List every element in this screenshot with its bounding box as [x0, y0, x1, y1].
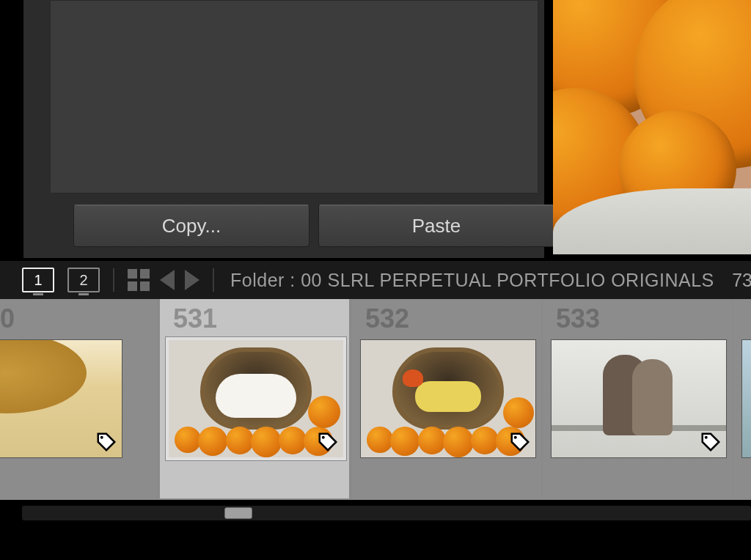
svg-point-1: [322, 436, 325, 439]
filmstrip-cell[interactable]: [733, 299, 751, 498]
keyword-tag-icon[interactable]: [95, 431, 117, 453]
develop-panel: Copy... Paste: [23, 0, 544, 258]
cell-index: 0: [0, 303, 15, 334]
screen-2-button[interactable]: 2: [67, 268, 100, 292]
thumbnail[interactable]: [742, 340, 751, 457]
screen-1-button[interactable]: 1: [22, 268, 54, 292]
cell-index: 531: [173, 303, 217, 334]
nav-prev-icon[interactable]: [160, 270, 175, 290]
cell-index: 533: [556, 303, 600, 334]
keyword-tag-icon[interactable]: [509, 431, 531, 453]
toolbar-separator: [213, 268, 214, 292]
photo-count: 73: [732, 270, 751, 291]
filmstrip-cell-selected[interactable]: 531: [160, 299, 349, 498]
folder-label: Folder : 00 SLRL PERPETUAL PORTFOLIO ORI…: [230, 270, 714, 291]
top-area: Copy... Paste: [0, 0, 751, 258]
keyword-tag-icon[interactable]: [700, 431, 722, 453]
filmstrip-cell[interactable]: 532: [352, 299, 541, 498]
panel-content-area: [50, 0, 538, 194]
grid-view-icon[interactable]: [128, 269, 150, 291]
filmstrip[interactable]: 0 531 532: [0, 299, 751, 520]
scrollbar-thumb[interactable]: [224, 507, 252, 519]
keyword-tag-icon[interactable]: [317, 431, 339, 453]
thumbnail[interactable]: [552, 340, 726, 457]
copy-paste-row: Copy... Paste: [73, 205, 554, 247]
preview-image-content: [553, 0, 751, 254]
toolbar: 1 2 Folder : 00 SLRL PERPETUAL PORTFOLIO…: [0, 261, 751, 299]
toolbar-separator: [113, 268, 114, 292]
copy-button[interactable]: Copy...: [73, 205, 309, 247]
cell-index: 532: [365, 303, 409, 334]
paste-button[interactable]: Paste: [318, 205, 554, 247]
filmstrip-cell[interactable]: 0: [0, 299, 157, 498]
thumbnail[interactable]: [169, 340, 343, 457]
nav-next-icon[interactable]: [185, 270, 199, 290]
svg-point-2: [514, 436, 517, 439]
image-preview[interactable]: [553, 0, 751, 254]
thumbnail[interactable]: [361, 340, 535, 457]
thumbnail[interactable]: [0, 340, 122, 457]
filmstrip-cell[interactable]: 533: [543, 299, 732, 498]
svg-point-0: [100, 436, 103, 439]
filmstrip-scrollbar[interactable]: [22, 506, 751, 520]
svg-point-3: [705, 436, 708, 439]
